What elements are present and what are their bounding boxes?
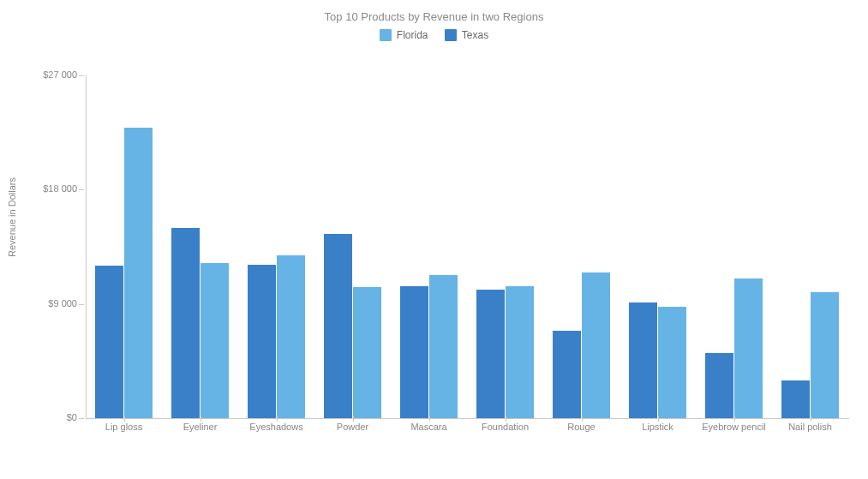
bar-florida[interactable] bbox=[429, 275, 458, 418]
bar-florida[interactable] bbox=[582, 272, 610, 418]
plot-area bbox=[86, 75, 849, 419]
bar-texas[interactable] bbox=[476, 290, 505, 418]
x-axis: Lip gloss Eyeliner Eyeshadows Powder Mas… bbox=[86, 422, 848, 439]
x-tick-label: Mascara bbox=[391, 422, 467, 432]
x-tick-label: Powder bbox=[314, 422, 391, 432]
bar-florida[interactable] bbox=[506, 286, 534, 418]
bar-texas[interactable] bbox=[171, 228, 200, 418]
bar-florida[interactable] bbox=[811, 292, 839, 418]
bar-texas[interactable] bbox=[400, 286, 428, 418]
bar-group bbox=[544, 75, 620, 418]
y-tick-label: $18 000 bbox=[26, 183, 77, 194]
bar-texas[interactable] bbox=[629, 302, 657, 418]
legend-label-florida: Florida bbox=[397, 29, 428, 41]
bar-florida[interactable] bbox=[201, 263, 229, 418]
bar-texas[interactable] bbox=[248, 265, 276, 418]
x-tick-label: Eyebrow pencil bbox=[696, 422, 772, 432]
y-tick-text: $27 000 bbox=[43, 69, 77, 80]
y-tick-label: $27 000 bbox=[26, 69, 77, 80]
x-tick-label: Foundation bbox=[467, 422, 543, 432]
y-tick-text: $0 bbox=[67, 412, 77, 422]
bar-group bbox=[620, 75, 697, 418]
x-tick-label: Lip gloss bbox=[86, 422, 162, 432]
y-tick-text: $18 000 bbox=[43, 183, 77, 194]
bar-group bbox=[468, 75, 544, 418]
bar-florida[interactable] bbox=[353, 287, 381, 418]
bar-group bbox=[392, 75, 468, 418]
legend-item-florida[interactable]: Florida bbox=[380, 29, 428, 41]
x-tick-label: Eyeshadows bbox=[238, 422, 314, 432]
y-tick-text: $9 000 bbox=[48, 298, 77, 308]
bar-group bbox=[315, 75, 392, 418]
bar-group bbox=[87, 75, 163, 418]
bar-texas[interactable] bbox=[95, 266, 123, 418]
bar-texas[interactable] bbox=[324, 234, 352, 418]
x-tick-label: Nail polish bbox=[772, 422, 848, 432]
bar-florida[interactable] bbox=[658, 307, 686, 418]
chart-title: Top 10 Products by Revenue in two Region… bbox=[0, 10, 868, 23]
legend-label-texas: Texas bbox=[462, 29, 488, 41]
y-axis-label: Revenue in Dollars bbox=[7, 177, 17, 257]
bar-group bbox=[773, 75, 849, 418]
legend-item-texas[interactable]: Texas bbox=[445, 29, 488, 41]
bar-group bbox=[697, 75, 773, 418]
bar-group bbox=[163, 75, 239, 418]
legend-swatch-texas bbox=[445, 29, 457, 41]
y-tick-label: $0 bbox=[26, 412, 77, 422]
x-tick-label: Eyeliner bbox=[162, 422, 238, 432]
chart-legend: Florida Texas bbox=[0, 29, 868, 44]
bar-texas[interactable] bbox=[705, 353, 733, 418]
x-tick-label: Lipstick bbox=[620, 422, 696, 432]
bar-chart: Top 10 Products by Revenue in two Region… bbox=[0, 0, 868, 479]
legend-swatch-florida bbox=[380, 29, 392, 41]
bar-florida[interactable] bbox=[734, 278, 763, 418]
bar-group bbox=[239, 75, 315, 418]
bar-texas[interactable] bbox=[781, 380, 810, 418]
x-tick-label: Rouge bbox=[543, 422, 620, 432]
bar-texas[interactable] bbox=[553, 331, 581, 418]
bar-florida[interactable] bbox=[124, 128, 153, 418]
bar-florida[interactable] bbox=[277, 255, 305, 418]
y-tick-label: $9 000 bbox=[26, 298, 77, 308]
